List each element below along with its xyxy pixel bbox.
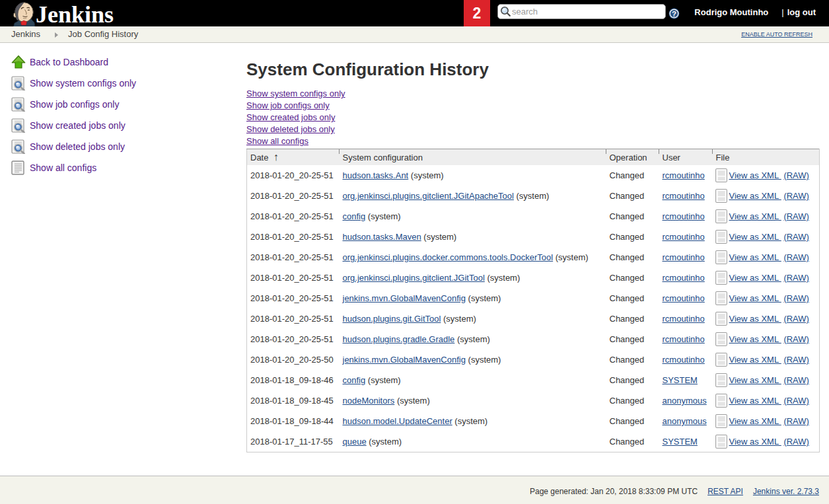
- svg-text:?: ?: [672, 10, 676, 18]
